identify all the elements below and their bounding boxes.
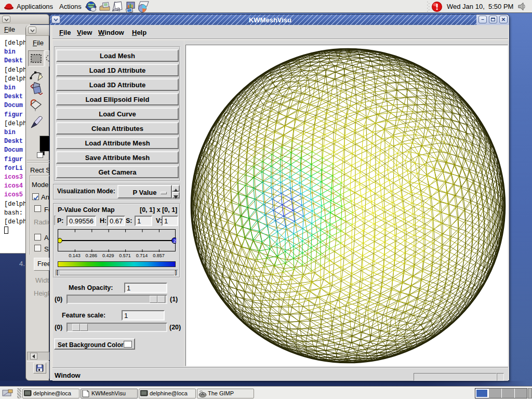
svg-text:2: 2 <box>173 238 176 244</box>
